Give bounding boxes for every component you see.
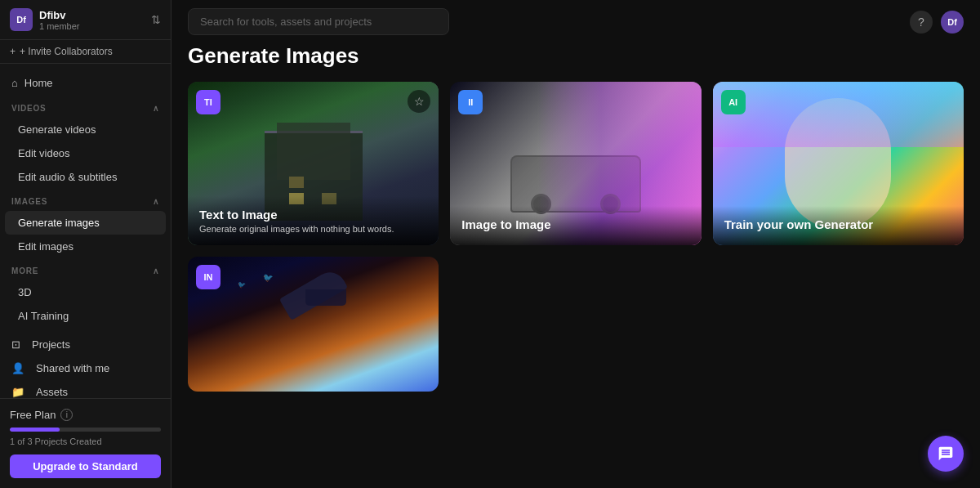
sidebar-item-shared[interactable]: 👤 Shared with me: [0, 356, 171, 380]
sidebar-nav: ⌂ Home VIDEOS ∧ Generate videos Edit vid…: [0, 64, 171, 398]
user-avatar[interactable]: Df: [941, 11, 964, 34]
workspace-avatar: Df: [10, 8, 33, 31]
topbar-right: ? Df: [910, 11, 964, 34]
nav-label: Edit audio & subtitles: [18, 171, 117, 183]
section-label-videos: VIDEOS: [11, 104, 47, 113]
card-title-image-to-image: Image to Image: [461, 217, 689, 231]
card-text-to-image[interactable]: TI ☆ Text to Image Generate original ima…: [188, 82, 439, 245]
section-collapse-more[interactable]: ∧: [153, 266, 159, 275]
content-area: Generate Images TI ☆ Text to Image: [172, 43, 980, 488]
free-plan-label: Free Plan: [10, 409, 56, 421]
shared-label: Shared with me: [36, 362, 109, 374]
cards-bottom: 🐦 🐦 IN: [188, 257, 964, 392]
card-overlay: Text to Image Generate original images w…: [188, 196, 439, 245]
card-train-generator[interactable]: AI Train your own Generator: [713, 82, 964, 245]
projects-label: Projects: [32, 338, 70, 351]
cards-grid: TI ☆ Text to Image Generate original ima…: [188, 82, 964, 245]
section-collapse-images[interactable]: ∧: [153, 197, 159, 206]
chat-icon: [938, 445, 954, 462]
sidebar-item-edit-videos[interactable]: Edit videos: [0, 141, 171, 165]
sidebar-footer: Free Plan i 1 of 3 Projects Created Upgr…: [0, 398, 171, 488]
nav-label: Edit images: [18, 240, 74, 253]
chat-bubble-button[interactable]: [928, 436, 964, 472]
section-label-more: MORE: [11, 266, 38, 275]
workspace-name: Dfibv: [39, 9, 80, 21]
card-inpaint[interactable]: 🐦 🐦 IN: [188, 257, 439, 392]
invite-collaborators-button[interactable]: + + Invite Collaborators: [0, 40, 171, 64]
home-icon: ⌂: [11, 77, 18, 89]
sidebar-item-edit-images[interactable]: Edit images: [0, 235, 171, 258]
main-content: ? Df Generate Images TI ☆: [172, 0, 980, 488]
sidebar-item-generate-videos[interactable]: Generate videos: [0, 118, 171, 141]
nav-label: Generate images: [18, 217, 100, 229]
sidebar-item-generate-images[interactable]: Generate images: [5, 211, 166, 235]
nav-label: 3D: [18, 286, 32, 298]
projects-count: 1 of 3 Projects Created: [10, 437, 161, 446]
sidebar-item-projects[interactable]: ⊡ Projects: [0, 333, 171, 356]
invite-label: + Invite Collaborators: [20, 46, 113, 57]
card-title-train: Train your own Generator: [724, 217, 952, 231]
card-badge-ii: II: [458, 90, 483, 114]
sidebar: Df Dfibv 1 member ⇅ + + Invite Collabora…: [0, 0, 172, 488]
card-desc-text-to-image: Generate original images with nothing bu…: [199, 224, 427, 234]
free-plan-row: Free Plan i: [10, 409, 161, 421]
card-badge-in: IN: [196, 265, 220, 289]
info-icon[interactable]: i: [60, 409, 73, 421]
workspace-name-group: Dfibv 1 member: [39, 9, 80, 31]
section-label-images: IMAGES: [11, 197, 47, 206]
home-label: Home: [24, 77, 53, 89]
section-header-more: MORE ∧: [0, 262, 171, 280]
assets-label: Assets: [36, 386, 68, 398]
workspace-info[interactable]: Df Dfibv 1 member: [10, 8, 80, 31]
page-title: Generate Images: [188, 43, 964, 69]
card-overlay-train: Train your own Generator: [713, 206, 964, 245]
sidebar-item-edit-audio[interactable]: Edit audio & subtitles: [0, 165, 171, 189]
section-header-videos: VIDEOS ∧: [0, 99, 171, 118]
search-input[interactable]: [188, 8, 449, 35]
card-badge-ai: AI: [721, 90, 746, 114]
nav-label: Edit videos: [18, 147, 70, 159]
chevron-icon[interactable]: ⇅: [151, 13, 161, 26]
sidebar-item-ai-training[interactable]: AI Training: [0, 304, 171, 328]
card-overlay-ii: Image to Image: [450, 206, 701, 245]
section-header-images: IMAGES ∧: [0, 192, 171, 211]
upgrade-button[interactable]: Upgrade to Standard: [10, 454, 161, 478]
projects-progress-bar: [10, 428, 161, 432]
sidebar-item-home[interactable]: ⌂ Home: [0, 70, 171, 96]
nav-section-images: IMAGES ∧ Generate images Edit images: [0, 192, 171, 258]
card-image-to-image[interactable]: II Image to Image: [450, 82, 701, 245]
plus-icon: +: [10, 46, 16, 57]
nav-section-more: MORE ∧ 3D AI Training: [0, 262, 171, 328]
assets-icon: 📁: [11, 386, 24, 398]
topbar: ? Df: [172, 0, 980, 43]
progress-bar-fill: [10, 428, 60, 432]
sidebar-header: Df Dfibv 1 member ⇅: [0, 0, 171, 40]
sidebar-item-3d[interactable]: 3D: [0, 280, 171, 304]
nav-label: AI Training: [18, 310, 69, 322]
help-button[interactable]: ?: [910, 11, 933, 34]
card-badge-ti: TI: [196, 90, 220, 114]
card-title-text-to-image: Text to Image: [199, 208, 427, 222]
section-collapse-videos[interactable]: ∧: [153, 104, 159, 113]
nav-section-videos: VIDEOS ∧ Generate videos Edit videos Edi…: [0, 99, 171, 189]
projects-icon: ⊡: [11, 338, 20, 351]
shared-icon: 👤: [11, 362, 24, 374]
workspace-members: 1 member: [39, 21, 80, 31]
sidebar-item-assets[interactable]: 📁 Assets: [0, 380, 171, 398]
nav-label: Generate videos: [18, 123, 96, 136]
